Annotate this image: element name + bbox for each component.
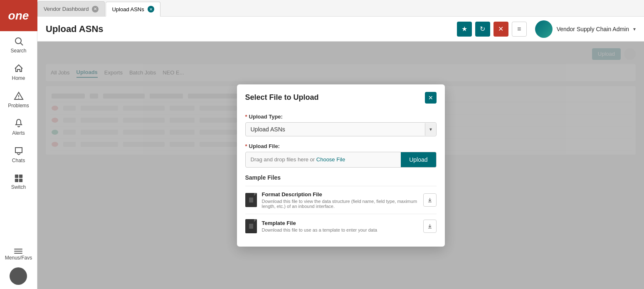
template-desc: Download this file to use as a template … <box>262 227 418 232</box>
modal-header: Select File to Upload ✕ <box>237 84 445 109</box>
required-star-type: * <box>245 114 247 120</box>
download-icon <box>427 197 433 203</box>
tab-upload-asns-close[interactable]: ✕ <box>148 6 154 12</box>
format-description-download-button[interactable] <box>423 193 437 207</box>
template-filename: Template File <box>262 220 418 226</box>
sidebar-switch-label: Switch <box>11 184 26 190</box>
sidebar-item-alerts[interactable]: Alerts <box>0 114 37 141</box>
home-icon <box>14 64 24 74</box>
sample-files-title: Sample Files <box>245 174 437 181</box>
svg-rect-8 <box>249 198 253 203</box>
list-item: Format Description File Download this fi… <box>245 186 437 214</box>
upload-type-label: * Upload Type: <box>245 114 437 120</box>
menu-icon <box>14 249 22 254</box>
template-download-button[interactable] <box>423 220 437 233</box>
sidebar-item-problems[interactable]: Problems <box>0 86 37 114</box>
modal-close-button[interactable]: ✕ <box>425 92 437 104</box>
close-page-button[interactable]: ✕ <box>493 22 508 37</box>
sidebar-item-search[interactable]: Search <box>0 31 37 59</box>
logo-text: one <box>8 9 29 22</box>
page-title: Upload ASNs <box>46 24 457 35</box>
drop-text: Drag and drop files here or Choose File <box>246 152 401 167</box>
upload-type-select[interactable]: Upload ASNs ▾ <box>245 122 437 136</box>
sidebar-search-label: Search <box>10 48 26 54</box>
menu-button[interactable]: ≡ <box>512 22 527 37</box>
sidebar: one Search Home Problems Alerts Chats Sw… <box>0 0 37 289</box>
format-description-file-icon <box>245 193 257 207</box>
sidebar-chats-label: Chats <box>12 158 25 163</box>
user-name: Vendor Supply Chain Admin <box>557 26 629 32</box>
download-icon-2 <box>427 223 433 229</box>
upload-drop-area[interactable]: Drag and drop files here or Choose File … <box>245 152 437 168</box>
app-logo[interactable]: one <box>0 0 37 31</box>
sample-files-section: Sample Files Format Description File Dow… <box>245 174 437 238</box>
required-star-file: * <box>245 143 247 149</box>
switch-icon <box>14 173 23 183</box>
svg-rect-4 <box>15 175 18 178</box>
format-description-filename: Format Description File <box>262 191 418 198</box>
svg-rect-6 <box>15 179 18 182</box>
page-body: Upload All Jobs Uploads Exports Batch Jo… <box>37 42 644 289</box>
user-dropdown[interactable]: Vendor Supply Chain Admin ▾ <box>535 20 636 38</box>
sidebar-user-avatar[interactable] <box>10 267 27 285</box>
sidebar-problems-label: Problems <box>8 103 29 109</box>
sidebar-bottom: Menus/Favs <box>2 244 35 289</box>
sidebar-home-label: Home <box>12 75 25 81</box>
format-description-file-info: Format Description File Download this fi… <box>262 191 418 209</box>
upload-file-label: * Upload File: <box>245 143 437 149</box>
favorite-button[interactable]: ★ <box>457 22 472 37</box>
search-icon <box>14 36 24 46</box>
upload-file-group: * Upload File: Drag and drop files here … <box>245 143 437 168</box>
tab-vendor-dashboard-close[interactable]: ✕ <box>92 6 99 12</box>
svg-rect-5 <box>19 175 22 178</box>
file-doc-icon-2 <box>249 224 253 229</box>
header-actions: ★ ↻ ✕ ≡ Vendor Supply Chain Admin ▾ <box>457 20 636 38</box>
sidebar-item-menus[interactable]: Menus/Favs <box>2 244 35 266</box>
tab-vendor-dashboard-label: Vendor Dashboard <box>44 6 89 12</box>
template-file-icon <box>245 219 257 233</box>
file-doc-icon <box>249 198 253 203</box>
tab-upload-asns-label: Upload ASNs <box>112 6 144 12</box>
sidebar-item-chats[interactable]: Chats <box>0 141 37 168</box>
upload-modal: Select File to Upload ✕ * Upload Type: U… <box>237 84 445 247</box>
tab-upload-asns[interactable]: Upload ASNs ✕ <box>106 2 160 17</box>
tab-bar: Vendor Dashboard ✕ Upload ASNs ✕ <box>37 0 644 17</box>
page-header: Upload ASNs ★ ↻ ✕ ≡ Vendor Supply Chain … <box>37 17 644 42</box>
modal-body: * Upload Type: Upload ASNs ▾ * Upload Fi… <box>237 109 445 247</box>
modal-title: Select File to Upload <box>245 93 319 102</box>
upload-button[interactable]: Upload <box>401 152 436 167</box>
sidebar-item-home[interactable]: Home <box>0 59 37 86</box>
chat-icon <box>14 146 24 156</box>
upload-type-value: Upload ASNs <box>246 123 425 136</box>
sidebar-alerts-label: Alerts <box>12 130 25 136</box>
svg-rect-7 <box>19 179 22 182</box>
choose-file-link[interactable]: Choose File <box>316 156 345 163</box>
sidebar-menus-label: Menus/Favs <box>5 255 32 261</box>
svg-point-0 <box>15 38 21 44</box>
chevron-down-icon: ▾ <box>633 26 636 32</box>
upload-type-group: * Upload Type: Upload ASNs ▾ <box>245 114 437 136</box>
modal-overlay[interactable]: Select File to Upload ✕ * Upload Type: U… <box>37 42 644 289</box>
bell-icon <box>14 119 24 128</box>
format-description-desc: Download this file to view the data stru… <box>262 199 418 209</box>
tab-vendor-dashboard[interactable]: Vendor Dashboard ✕ <box>37 1 105 16</box>
svg-rect-10 <box>249 224 253 229</box>
warning-icon <box>14 91 24 101</box>
list-item: Template File Download this file to use … <box>245 214 437 238</box>
refresh-button[interactable]: ↻ <box>475 22 490 37</box>
upload-type-chevron[interactable]: ▾ <box>425 123 436 136</box>
svg-point-3 <box>18 98 19 99</box>
sidebar-item-switch[interactable]: Switch <box>0 168 37 195</box>
user-avatar <box>535 20 553 38</box>
main-content: Vendor Dashboard ✕ Upload ASNs ✕ Upload … <box>37 0 644 289</box>
svg-line-1 <box>20 43 23 46</box>
template-file-info: Template File Download this file to use … <box>262 220 418 232</box>
